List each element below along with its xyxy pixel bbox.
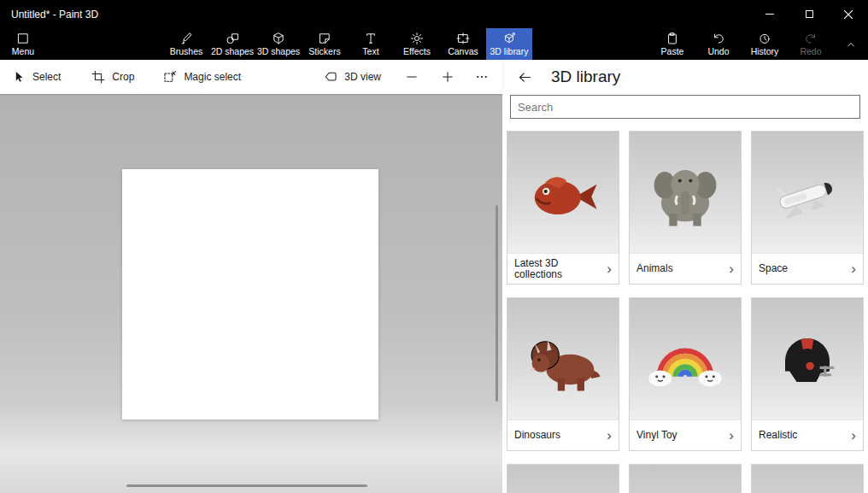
paste-icon xyxy=(666,32,679,45)
card-label: Animals xyxy=(636,263,673,274)
back-arrow-icon xyxy=(518,70,532,85)
drawing-canvas[interactable] xyxy=(122,169,378,420)
expand-ribbon-button[interactable] xyxy=(834,28,868,60)
chevron-right-icon: › xyxy=(729,430,734,441)
minimize-button[interactable] xyxy=(750,0,789,28)
card-image xyxy=(630,132,741,253)
card-realistic[interactable]: Realistic › xyxy=(751,297,864,451)
card-label: Dinosaurs xyxy=(514,430,560,441)
panel-header: 3D library xyxy=(502,60,868,94)
tool-label: Undo xyxy=(707,46,729,56)
close-icon xyxy=(844,10,853,19)
card-label-row: Animals › xyxy=(630,253,741,284)
tool-3d-library[interactable]: 3D library xyxy=(486,28,532,60)
restore-button[interactable] xyxy=(789,0,829,28)
crop-button[interactable]: Crop xyxy=(91,70,134,84)
tool-canvas[interactable]: Canvas xyxy=(440,28,486,60)
card-image xyxy=(752,132,863,253)
tool-label: Text xyxy=(362,46,378,56)
window-title: Untitled* - Paint 3D xyxy=(0,9,98,21)
gray-object-model-image-partial xyxy=(763,481,852,493)
tool-text[interactable]: Text xyxy=(348,28,394,60)
tool-3d-shapes[interactable]: 3D shapes xyxy=(255,28,302,60)
red-plush-model-image-partial xyxy=(519,481,607,493)
panel-title: 3D library xyxy=(551,67,620,86)
card-label: Realistic xyxy=(759,430,797,441)
card-partial-3[interactable] xyxy=(751,464,864,493)
card-label: Space xyxy=(759,263,788,274)
3d-view-label: 3D view xyxy=(344,71,381,83)
mushroom-model-image-partial xyxy=(641,481,730,493)
chevron-right-icon: › xyxy=(729,263,734,274)
magic-select-button[interactable]: Magic select xyxy=(163,70,241,84)
back-button[interactable] xyxy=(513,66,536,88)
close-button[interactable] xyxy=(829,0,868,28)
clipboard-group: Paste Undo History Redo xyxy=(649,28,868,60)
card-image xyxy=(507,298,619,420)
tool-label: History xyxy=(751,46,779,56)
menu-button[interactable]: Menu xyxy=(0,28,44,60)
3d-view-button[interactable]: 3D view xyxy=(324,70,381,84)
card-image xyxy=(630,298,741,420)
redo-button[interactable]: Redo xyxy=(788,28,834,60)
tool-brushes[interactable]: Brushes xyxy=(163,28,209,60)
card-partial-1[interactable] xyxy=(507,464,619,493)
text-icon xyxy=(364,32,378,45)
3d-view-icon xyxy=(324,70,337,84)
card-label-row: Vinyl Toy › xyxy=(630,420,741,450)
select-button[interactable]: Select xyxy=(12,70,61,84)
vertical-scrollbar[interactable] xyxy=(496,205,498,402)
tool-label: 3D library xyxy=(490,46,529,56)
tool-label: Canvas xyxy=(448,46,478,56)
card-latest-3d-collections[interactable]: Latest 3D collections › xyxy=(507,131,619,285)
horizontal-scrollbar[interactable] xyxy=(126,484,367,487)
3d-library-panel: 3D library Latest 3D collections › xyxy=(502,60,868,493)
paste-button[interactable]: Paste xyxy=(649,28,695,60)
zoom-in-icon xyxy=(441,70,455,84)
history-button[interactable]: History xyxy=(742,28,788,60)
zoom-out-icon xyxy=(405,70,419,84)
window-controls xyxy=(750,0,868,28)
undo-button[interactable]: Undo xyxy=(695,28,742,60)
select-label: Select xyxy=(32,71,61,83)
workspace xyxy=(0,94,502,493)
card-space[interactable]: Space › xyxy=(751,131,864,285)
tool-label: Effects xyxy=(403,46,431,56)
chevron-right-icon: › xyxy=(851,430,856,441)
football-helmet-model-image xyxy=(763,314,852,403)
card-animals[interactable]: Animals › xyxy=(629,131,742,285)
card-label-row: Space › xyxy=(752,253,863,284)
anglerfish-model-image xyxy=(519,148,607,237)
card-vinyl-toy[interactable]: Vinyl Toy › xyxy=(629,297,742,451)
search-input[interactable] xyxy=(510,95,860,119)
title-bar: Untitled* - Paint 3D xyxy=(0,0,868,28)
more-options-icon xyxy=(475,70,489,84)
tool-label: 3D shapes xyxy=(257,46,300,56)
effects-icon xyxy=(410,32,424,45)
library-card-grid: Latest 3D collections › xyxy=(502,131,868,493)
card-partial-2[interactable] xyxy=(629,464,742,493)
zoom-in-button[interactable] xyxy=(441,70,455,84)
tool-effects[interactable]: Effects xyxy=(394,28,440,60)
tools-group: Brushes 2D shapes 3D shapes Stickers Tex… xyxy=(163,28,532,60)
zoom-out-button[interactable] xyxy=(405,70,419,84)
card-label: Latest 3D collections xyxy=(514,258,589,280)
tool-stickers[interactable]: Stickers xyxy=(302,28,348,60)
more-options-button[interactable] xyxy=(475,70,489,84)
3d-library-icon xyxy=(502,32,516,45)
card-label-row: Dinosaurs › xyxy=(507,420,619,450)
3d-shapes-icon xyxy=(272,32,285,45)
card-label-row: Realistic › xyxy=(752,420,863,450)
crop-icon xyxy=(91,70,105,84)
tool-2d-shapes[interactable]: 2D shapes xyxy=(209,28,255,60)
brush-icon xyxy=(179,32,193,45)
history-icon xyxy=(758,32,771,45)
card-label: Vinyl Toy xyxy=(636,430,677,441)
card-dinosaurs[interactable]: Dinosaurs › xyxy=(507,297,619,451)
paint-3d-window: Untitled* - Paint 3D Menu Brushes 2D sha… xyxy=(0,0,868,493)
select-cursor-icon xyxy=(12,70,26,84)
elephant-model-image xyxy=(641,148,730,237)
rainbow-toy-model-image xyxy=(641,314,730,403)
undo-icon xyxy=(712,32,725,45)
tool-label: Brushes xyxy=(170,46,203,56)
